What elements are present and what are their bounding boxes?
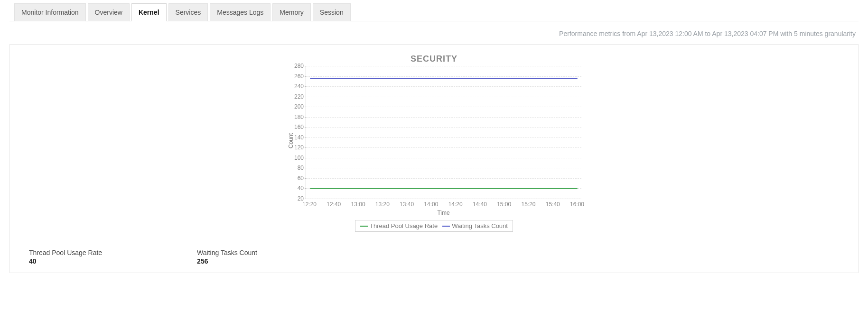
x-tick: 15:40 [546, 201, 560, 208]
y-tick-mark [305, 76, 306, 77]
chart-legend: Thread Pool Usage RateWaiting Tasks Coun… [355, 220, 513, 232]
x-tick: 12:20 [302, 201, 317, 208]
tab-memory[interactable]: Memory [272, 3, 311, 21]
y-tick-mark [305, 158, 306, 158]
y-tick-mark [305, 86, 306, 87]
y-tick-mark [305, 199, 306, 199]
y-tick-mark [305, 97, 306, 97]
legend-item[interactable]: Waiting Tasks Count [442, 222, 508, 229]
x-tick: 14:20 [448, 201, 463, 208]
x-tick: 13:00 [351, 201, 365, 208]
legend-swatch [360, 226, 368, 227]
legend-swatch [442, 226, 450, 227]
x-tick: 13:20 [375, 201, 390, 208]
tab-session[interactable]: Session [313, 3, 351, 21]
tab-monitor[interactable]: Monitor Information [14, 3, 86, 21]
y-tick-mark [305, 66, 306, 66]
x-tick: 15:20 [521, 201, 535, 208]
y-tick-mark [305, 147, 306, 148]
y-axis: 28026024022020018016014012010080604020 [294, 66, 306, 199]
summary-value: 256 [197, 257, 257, 265]
legend-item[interactable]: Thread Pool Usage Rate [360, 222, 438, 229]
summary-value: 40 [29, 257, 102, 265]
summary-label: Thread Pool Usage Rate [29, 249, 102, 256]
x-tick: 14:00 [424, 201, 438, 208]
tab-kernel[interactable]: Kernel [131, 3, 167, 21]
x-axis-label: Time [306, 210, 581, 216]
series-line [310, 78, 578, 79]
tab-bar: Monitor InformationOverviewKernelService… [9, 3, 859, 21]
x-tick: 14:40 [473, 201, 487, 208]
tab-messages[interactable]: Messages Logs [210, 3, 271, 21]
y-tick-mark [305, 168, 306, 168]
legend-label: Waiting Tasks Count [452, 222, 508, 229]
y-tick-mark [305, 178, 306, 179]
metrics-caption: Performance metrics from Apr 13,2023 12:… [9, 21, 859, 42]
chart-title: SECURITY [411, 54, 457, 64]
summary-row: Thread Pool Usage Rate 40 Waiting Tasks … [29, 249, 839, 265]
y-tick-mark [305, 107, 306, 107]
x-tick: 12:40 [327, 201, 341, 208]
tab-overview[interactable]: Overview [88, 3, 130, 21]
y-tick-mark [305, 127, 306, 128]
summary-thread-pool: Thread Pool Usage Rate 40 [29, 249, 102, 265]
x-axis: 12:2012:4013:0013:2013:4014:0014:2014:40… [306, 201, 581, 209]
x-tick: 13:40 [400, 201, 414, 208]
y-tick-mark [305, 117, 306, 118]
summary-waiting-tasks: Waiting Tasks Count 256 [197, 249, 257, 265]
security-chart: SECURITY Count 2802602402202001801601401… [29, 54, 839, 232]
legend-label: Thread Pool Usage Rate [370, 222, 438, 229]
chart-plot-area [306, 66, 581, 199]
tab-services[interactable]: Services [168, 3, 208, 21]
y-tick-mark [305, 137, 306, 138]
y-axis-label: Count [287, 133, 294, 148]
security-panel: SECURITY Count 2802602402202001801601401… [9, 44, 859, 273]
summary-label: Waiting Tasks Count [197, 249, 257, 256]
y-tick-mark [305, 188, 306, 189]
x-tick: 15:00 [497, 201, 511, 208]
x-tick: 16:00 [570, 201, 584, 208]
